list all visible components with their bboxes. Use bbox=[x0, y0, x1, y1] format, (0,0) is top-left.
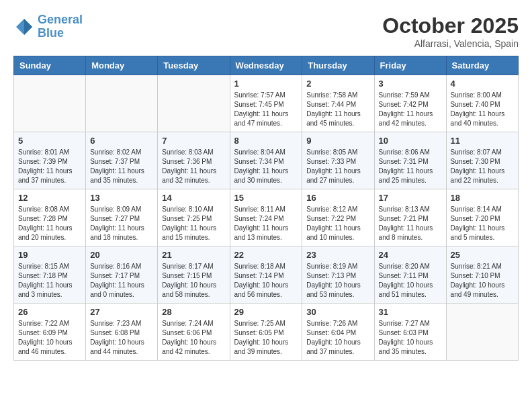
day-number: 18 bbox=[451, 193, 514, 203]
logo: General Blue bbox=[13, 13, 83, 40]
day-number: 27 bbox=[90, 307, 153, 317]
week-row-1: 1Sunrise: 7:57 AM Sunset: 7:45 PM Daylig… bbox=[14, 75, 519, 132]
logo-icon bbox=[13, 16, 35, 38]
day-cell: 24Sunrise: 8:20 AM Sunset: 7:11 PM Dayli… bbox=[374, 246, 446, 304]
day-info: Sunrise: 8:00 AM Sunset: 7:40 PM Dayligh… bbox=[451, 91, 514, 128]
page-header: General Blue October 2025 Alfarrasi, Val… bbox=[13, 13, 519, 49]
day-info: Sunrise: 8:01 AM Sunset: 7:39 PM Dayligh… bbox=[18, 148, 81, 185]
day-cell: 14Sunrise: 8:10 AM Sunset: 7:25 PM Dayli… bbox=[158, 189, 230, 246]
day-cell: 8Sunrise: 8:04 AM Sunset: 7:34 PM Daylig… bbox=[230, 132, 302, 189]
day-number: 29 bbox=[234, 307, 298, 317]
day-number: 23 bbox=[306, 250, 369, 260]
day-info: Sunrise: 7:58 AM Sunset: 7:44 PM Dayligh… bbox=[306, 91, 369, 128]
day-number: 31 bbox=[379, 307, 442, 317]
day-cell: 27Sunrise: 7:23 AM Sunset: 6:08 PM Dayli… bbox=[86, 304, 158, 361]
day-cell: 1Sunrise: 7:57 AM Sunset: 7:45 PM Daylig… bbox=[230, 75, 302, 132]
day-number: 19 bbox=[18, 250, 81, 260]
day-number: 24 bbox=[379, 250, 442, 260]
day-cell: 17Sunrise: 8:13 AM Sunset: 7:21 PM Dayli… bbox=[374, 189, 446, 246]
day-info: Sunrise: 8:02 AM Sunset: 7:37 PM Dayligh… bbox=[90, 148, 153, 185]
day-cell: 9Sunrise: 8:05 AM Sunset: 7:33 PM Daylig… bbox=[302, 132, 374, 189]
weekday-header-friday: Friday bbox=[374, 56, 446, 75]
day-info: Sunrise: 8:14 AM Sunset: 7:20 PM Dayligh… bbox=[451, 205, 514, 242]
day-number: 5 bbox=[18, 136, 81, 146]
weekday-header-monday: Monday bbox=[86, 56, 158, 75]
day-cell: 31Sunrise: 7:27 AM Sunset: 6:03 PM Dayli… bbox=[374, 304, 446, 361]
week-row-2: 5Sunrise: 8:01 AM Sunset: 7:39 PM Daylig… bbox=[14, 132, 519, 189]
day-cell: 20Sunrise: 8:16 AM Sunset: 7:17 PM Dayli… bbox=[86, 246, 158, 304]
day-cell bbox=[86, 75, 158, 132]
day-info: Sunrise: 7:26 AM Sunset: 6:04 PM Dayligh… bbox=[306, 319, 369, 357]
day-cell: 26Sunrise: 7:22 AM Sunset: 6:09 PM Dayli… bbox=[14, 304, 86, 361]
day-number: 25 bbox=[451, 250, 514, 260]
day-cell: 25Sunrise: 8:21 AM Sunset: 7:10 PM Dayli… bbox=[446, 246, 518, 304]
title-block: October 2025 Alfarrasi, Valencia, Spain bbox=[382, 13, 519, 49]
logo-line2: Blue bbox=[38, 26, 64, 40]
day-info: Sunrise: 8:18 AM Sunset: 7:14 PM Dayligh… bbox=[234, 262, 298, 300]
day-cell: 11Sunrise: 8:07 AM Sunset: 7:30 PM Dayli… bbox=[446, 132, 518, 189]
day-info: Sunrise: 8:04 AM Sunset: 7:34 PM Dayligh… bbox=[234, 148, 298, 185]
day-cell: 5Sunrise: 8:01 AM Sunset: 7:39 PM Daylig… bbox=[14, 132, 86, 189]
day-info: Sunrise: 8:16 AM Sunset: 7:17 PM Dayligh… bbox=[90, 262, 153, 300]
day-cell bbox=[158, 75, 230, 132]
day-cell: 13Sunrise: 8:09 AM Sunset: 7:27 PM Dayli… bbox=[86, 189, 158, 246]
day-number: 28 bbox=[162, 307, 225, 317]
day-number: 17 bbox=[379, 193, 442, 203]
day-number: 12 bbox=[18, 193, 81, 203]
day-number: 2 bbox=[306, 79, 369, 89]
weekday-header-wednesday: Wednesday bbox=[230, 56, 302, 75]
day-info: Sunrise: 7:59 AM Sunset: 7:42 PM Dayligh… bbox=[379, 91, 442, 128]
week-row-5: 26Sunrise: 7:22 AM Sunset: 6:09 PM Dayli… bbox=[14, 304, 519, 361]
day-info: Sunrise: 7:24 AM Sunset: 6:06 PM Dayligh… bbox=[162, 319, 225, 357]
day-info: Sunrise: 7:23 AM Sunset: 6:08 PM Dayligh… bbox=[90, 319, 153, 357]
day-info: Sunrise: 8:03 AM Sunset: 7:36 PM Dayligh… bbox=[162, 148, 225, 185]
day-cell bbox=[14, 75, 86, 132]
day-number: 1 bbox=[234, 79, 298, 89]
day-cell: 15Sunrise: 8:11 AM Sunset: 7:24 PM Dayli… bbox=[230, 189, 302, 246]
day-number: 22 bbox=[234, 250, 298, 260]
day-info: Sunrise: 8:11 AM Sunset: 7:24 PM Dayligh… bbox=[234, 205, 298, 242]
calendar: SundayMondayTuesdayWednesdayThursdayFrid… bbox=[13, 56, 519, 361]
day-info: Sunrise: 8:20 AM Sunset: 7:11 PM Dayligh… bbox=[379, 262, 442, 300]
day-cell: 6Sunrise: 8:02 AM Sunset: 7:37 PM Daylig… bbox=[86, 132, 158, 189]
day-number: 26 bbox=[18, 307, 81, 317]
day-info: Sunrise: 8:06 AM Sunset: 7:31 PM Dayligh… bbox=[379, 148, 442, 185]
location: Alfarrasi, Valencia, Spain bbox=[382, 38, 519, 49]
day-cell: 3Sunrise: 7:59 AM Sunset: 7:42 PM Daylig… bbox=[374, 75, 446, 132]
day-info: Sunrise: 8:17 AM Sunset: 7:15 PM Dayligh… bbox=[162, 262, 225, 300]
day-info: Sunrise: 8:21 AM Sunset: 7:10 PM Dayligh… bbox=[451, 262, 514, 300]
day-cell: 22Sunrise: 8:18 AM Sunset: 7:14 PM Dayli… bbox=[230, 246, 302, 304]
day-info: Sunrise: 8:13 AM Sunset: 7:21 PM Dayligh… bbox=[379, 205, 442, 242]
day-cell: 18Sunrise: 8:14 AM Sunset: 7:20 PM Dayli… bbox=[446, 189, 518, 246]
day-cell: 23Sunrise: 8:19 AM Sunset: 7:13 PM Dayli… bbox=[302, 246, 374, 304]
day-info: Sunrise: 7:25 AM Sunset: 6:05 PM Dayligh… bbox=[234, 319, 298, 357]
day-number: 3 bbox=[379, 79, 442, 89]
month-year: October 2025 bbox=[382, 13, 519, 38]
logo-line1: General bbox=[38, 13, 83, 26]
day-number: 11 bbox=[451, 136, 514, 146]
day-cell: 21Sunrise: 8:17 AM Sunset: 7:15 PM Dayli… bbox=[158, 246, 230, 304]
week-row-3: 12Sunrise: 8:08 AM Sunset: 7:28 PM Dayli… bbox=[14, 189, 519, 246]
day-number: 6 bbox=[90, 136, 153, 146]
day-cell: 16Sunrise: 8:12 AM Sunset: 7:22 PM Dayli… bbox=[302, 189, 374, 246]
day-cell: 30Sunrise: 7:26 AM Sunset: 6:04 PM Dayli… bbox=[302, 304, 374, 361]
day-info: Sunrise: 8:12 AM Sunset: 7:22 PM Dayligh… bbox=[306, 205, 369, 242]
day-info: Sunrise: 7:27 AM Sunset: 6:03 PM Dayligh… bbox=[379, 319, 442, 357]
week-row-4: 19Sunrise: 8:15 AM Sunset: 7:18 PM Dayli… bbox=[14, 246, 519, 304]
day-number: 10 bbox=[379, 136, 442, 146]
svg-marker-1 bbox=[24, 19, 32, 35]
day-info: Sunrise: 7:22 AM Sunset: 6:09 PM Dayligh… bbox=[18, 319, 81, 357]
day-number: 21 bbox=[162, 250, 225, 260]
day-number: 4 bbox=[451, 79, 514, 89]
weekday-header-sunday: Sunday bbox=[14, 56, 86, 75]
day-info: Sunrise: 8:19 AM Sunset: 7:13 PM Dayligh… bbox=[306, 262, 369, 300]
day-info: Sunrise: 8:08 AM Sunset: 7:28 PM Dayligh… bbox=[18, 205, 81, 242]
day-info: Sunrise: 8:05 AM Sunset: 7:33 PM Dayligh… bbox=[306, 148, 369, 185]
day-cell: 19Sunrise: 8:15 AM Sunset: 7:18 PM Dayli… bbox=[14, 246, 86, 304]
day-cell: 4Sunrise: 8:00 AM Sunset: 7:40 PM Daylig… bbox=[446, 75, 518, 132]
day-cell bbox=[446, 304, 518, 361]
day-info: Sunrise: 8:15 AM Sunset: 7:18 PM Dayligh… bbox=[18, 262, 81, 300]
day-cell: 7Sunrise: 8:03 AM Sunset: 7:36 PM Daylig… bbox=[158, 132, 230, 189]
day-number: 13 bbox=[90, 193, 153, 203]
day-number: 15 bbox=[234, 193, 298, 203]
